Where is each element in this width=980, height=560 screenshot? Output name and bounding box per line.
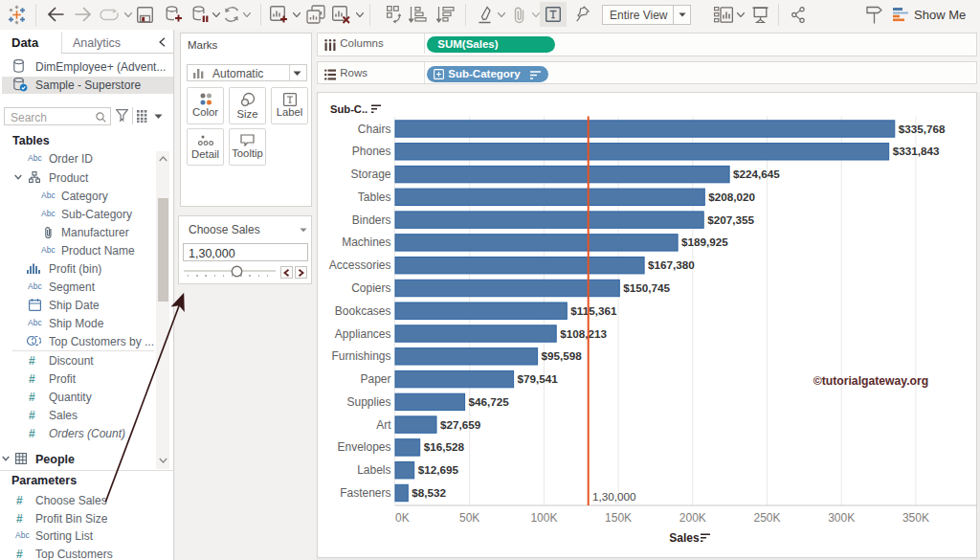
svg-text:Envelopes: Envelopes [337,440,390,454]
svg-text:Labels: Labels [357,463,390,477]
svg-text:$207,355: $207,355 [707,213,754,226]
svg-text:Sales: Sales [669,531,700,545]
svg-text:$16,528: $16,528 [424,440,465,453]
svg-text:Sub-C..: Sub-C.. [330,103,368,115]
svg-text:150K: 150K [605,511,632,525]
svg-text:Fasteners: Fasteners [340,486,390,500]
svg-text:Phones: Phones [352,145,391,158]
svg-text:$79,541: $79,541 [518,372,559,385]
svg-text:$8,532: $8,532 [412,486,446,499]
svg-text:Paper: Paper [360,372,390,386]
svg-text:Appliances: Appliances [335,327,391,341]
svg-text:$108,213: $108,213 [560,327,607,340]
svg-text:0K: 0K [395,511,410,525]
svg-text:100K: 100K [530,511,557,525]
svg-text:$335,768: $335,768 [899,123,946,135]
svg-text:300K: 300K [828,511,855,525]
svg-text:Supplies: Supplies [346,395,390,409]
svg-text:Tables: Tables [358,190,391,204]
svg-text:$189,925: $189,925 [681,235,728,248]
svg-text:1,30,000: 1,30,000 [592,490,636,503]
svg-text:$27,659: $27,659 [440,418,481,431]
svg-text:$46,725: $46,725 [469,395,510,408]
svg-text:Bookcases: Bookcases [335,304,391,318]
svg-text:$115,361: $115,361 [570,304,617,317]
svg-text:Machines: Machines [342,235,390,249]
svg-text:350K: 350K [902,511,929,525]
svg-text:Storage: Storage [350,168,390,181]
svg-text:Accessories: Accessories [329,258,391,272]
svg-text:$331,843: $331,843 [893,145,940,157]
svg-text:$167,380: $167,380 [648,258,695,271]
svg-text:$224,645: $224,645 [733,168,780,180]
svg-text:$208,020: $208,020 [708,190,755,203]
svg-text:50K: 50K [459,511,479,525]
svg-text:$12,695: $12,695 [418,463,459,476]
svg-text:Copiers: Copiers [351,281,390,295]
svg-text:©tutorialgateway.org: ©tutorialgateway.org [813,374,929,388]
svg-text:250K: 250K [753,511,780,525]
svg-text:Binders: Binders [352,213,391,227]
svg-text:$150,745: $150,745 [623,281,670,294]
svg-text:Furnishings: Furnishings [331,349,390,363]
svg-text:$95,598: $95,598 [542,349,583,362]
svg-text:Chairs: Chairs [358,123,391,136]
svg-text:200K: 200K [679,511,706,525]
svg-text:Art: Art [376,418,391,432]
